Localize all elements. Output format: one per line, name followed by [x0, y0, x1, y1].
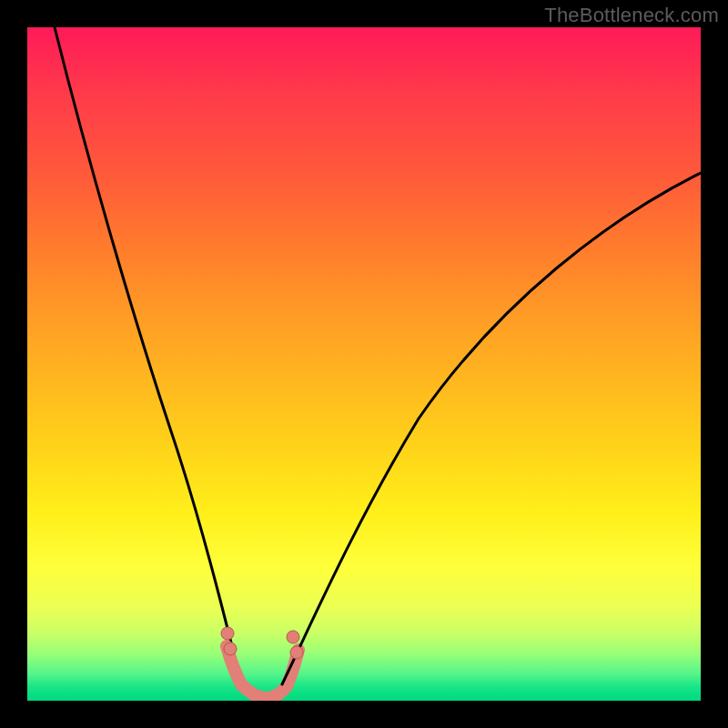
watermark-text: TheBottleneck.com [544, 4, 719, 27]
marker-dot [224, 642, 237, 655]
curve-left-branch [55, 27, 241, 682]
marker-dot [287, 631, 299, 643]
marker-dot [290, 646, 303, 659]
plot-area [27, 27, 701, 701]
marker-group [221, 627, 303, 659]
marker-dot [221, 627, 234, 640]
chart-frame: TheBottleneck.com [0, 0, 728, 728]
curve-right-branch [282, 173, 701, 684]
curve-layer [27, 27, 701, 701]
